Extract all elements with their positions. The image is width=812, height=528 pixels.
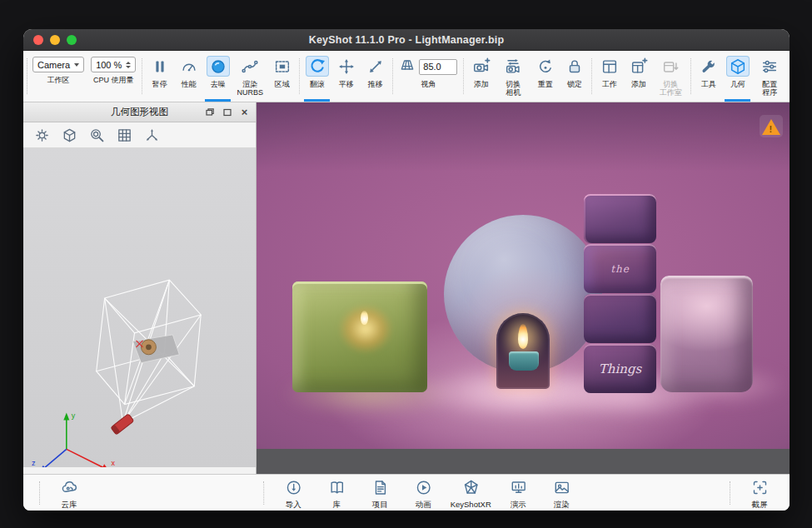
warning-badge[interactable]: ! <box>760 115 783 137</box>
panel-title: 几何图形视图 <box>111 106 168 118</box>
toolbar-separator <box>392 58 393 94</box>
window-title: KeyShot 11.1.0 Pro - LightManager.bip <box>23 34 790 46</box>
add-camera-button[interactable]: 添加 <box>466 51 496 102</box>
lock-icon <box>563 56 586 77</box>
nurbs-curve-icon <box>238 56 262 77</box>
render-button[interactable]: 渲染 <box>540 477 583 509</box>
wrench-icon <box>697 56 720 77</box>
light-manager-button[interactable]: 光管 理器 <box>787 51 790 102</box>
toolbar-separator <box>463 58 464 94</box>
workspace-select[interactable]: Camera <box>32 57 84 72</box>
panel-cube-button[interactable] <box>60 126 78 144</box>
keyshot-logo-icon <box>462 479 480 500</box>
cpu-usage-label: CPU 使用量 <box>93 76 134 84</box>
camera-switch-icon <box>501 56 525 77</box>
drag-handle[interactable] <box>263 481 264 505</box>
glass-cube-stack: the Things <box>584 194 656 394</box>
panel-settings-button[interactable] <box>32 126 51 144</box>
lock-camera-button[interactable]: 锁定 <box>560 51 589 102</box>
screenshot-button[interactable]: 截屏 <box>738 477 781 509</box>
pause-button[interactable]: 暂停 <box>145 51 174 102</box>
panel-toolbar <box>23 122 256 148</box>
tools-button[interactable]: 工具 <box>694 51 723 102</box>
present-button[interactable]: 演示 <box>496 477 540 509</box>
drag-handle[interactable] <box>39 481 40 505</box>
traffic-lights <box>33 35 77 45</box>
main-toolbar: Camera 工作区 100 % CPU 使用量 暂停 性能 去噪 <box>23 51 790 102</box>
ribbon-right-group: 截屏 <box>722 477 781 509</box>
tumble-button[interactable]: 翻滚 <box>302 51 331 102</box>
cpu-usage-value: 100 % <box>96 60 122 70</box>
panel-grid-button[interactable] <box>115 126 133 144</box>
geometry-wireframe-viewport[interactable]: y x z <box>23 148 256 467</box>
document-icon <box>371 479 389 500</box>
animation-button[interactable]: 动画 <box>401 477 445 509</box>
cloud-library-button[interactable]: 云库 <box>47 477 91 509</box>
desktop: { "window": { "title": "KeyShot 11.1.0 P… <box>0 0 812 528</box>
drag-handle[interactable] <box>27 58 27 94</box>
zoom-window-button[interactable] <box>67 35 77 45</box>
perspective-icon <box>399 57 416 77</box>
add-studio-button[interactable]: 添加 <box>624 51 653 102</box>
reset-camera-button[interactable]: 重置 <box>531 51 560 102</box>
svg-text:y: y <box>72 411 76 420</box>
play-circle-icon <box>415 479 432 500</box>
screenshot-frame-icon <box>751 479 769 500</box>
float-panel-icon[interactable] <box>204 107 215 117</box>
ribbon-center-group: 导入 库 项目 动画 KeyShotXR 演示 <box>256 477 583 509</box>
glass-cube <box>584 294 656 343</box>
engraved-text: the <box>610 263 630 275</box>
panel-zoom-button[interactable] <box>87 126 106 144</box>
pan-button[interactable]: 平移 <box>331 51 361 102</box>
region-button[interactable]: 区域 <box>267 51 296 102</box>
axes-triad: y x z <box>32 411 116 467</box>
studio-window-icon <box>598 56 621 77</box>
minimize-window-button[interactable] <box>50 35 60 45</box>
glass-cube: the <box>584 244 656 293</box>
studio-button[interactable]: 工作 <box>595 51 624 102</box>
denoise-button[interactable]: 去噪 <box>203 51 232 102</box>
render-nurbs-button[interactable]: 渲染 NURBS <box>232 51 267 102</box>
panel-axis-button[interactable] <box>142 126 161 144</box>
studio-switch-icon <box>659 56 682 77</box>
spinner-icon[interactable] <box>126 62 131 68</box>
titlebar: KeyShot 11.1.0 Pro - LightManager.bip <box>23 29 790 51</box>
drag-handle[interactable] <box>730 481 730 505</box>
workspace-value: Camera <box>37 60 70 70</box>
realtime-viewport[interactable]: the Things ! <box>257 102 790 474</box>
app-window: KeyShot 11.1.0 Pro - LightManager.bip Ca… <box>23 29 790 511</box>
presentation-icon <box>510 479 527 500</box>
maximize-panel-icon[interactable] <box>222 107 232 117</box>
toolbar-separator <box>690 58 691 94</box>
workspace-label: 工作区 <box>47 76 70 84</box>
geometry-button[interactable]: 几何 <box>723 51 752 102</box>
glass-cube: Things <box>584 344 656 393</box>
switch-studio-button[interactable]: 切换 工作室 <box>653 51 688 102</box>
switch-camera-button[interactable]: 切换 相机 <box>496 51 531 102</box>
candle-flame <box>361 311 368 325</box>
import-button[interactable]: 导入 <box>271 477 315 509</box>
denoise-icon <box>207 56 230 77</box>
gauge-icon <box>177 56 201 77</box>
keyshotxr-button[interactable]: KeyShotXR <box>445 477 496 509</box>
cpu-usage-stepper[interactable]: 100 % <box>91 57 136 72</box>
region-icon <box>271 56 294 77</box>
library-button[interactable]: 库 <box>315 477 358 509</box>
close-panel-icon[interactable]: × <box>239 107 250 117</box>
reset-icon <box>534 56 557 77</box>
frosted-glass-cup <box>660 276 753 392</box>
camera-add-icon <box>470 56 493 77</box>
cloud-icon <box>61 479 78 500</box>
performance-button[interactable]: 性能 <box>174 51 203 102</box>
view-angle-input[interactable] <box>419 59 457 75</box>
warning-triangle-icon: ! <box>762 119 780 135</box>
dolly-button[interactable]: 推移 <box>361 51 390 102</box>
sliders-icon <box>758 56 781 77</box>
render-scene: the Things ! <box>257 102 790 449</box>
project-button[interactable]: 项目 <box>358 477 401 509</box>
close-window-button[interactable] <box>33 35 43 45</box>
view-angle-label: 视角 <box>421 80 436 88</box>
geometry-view-panel: 几何图形视图 × <box>23 102 257 474</box>
configurator-button[interactable]: 配置 程序 <box>752 51 787 102</box>
dolly-icon <box>364 56 387 77</box>
